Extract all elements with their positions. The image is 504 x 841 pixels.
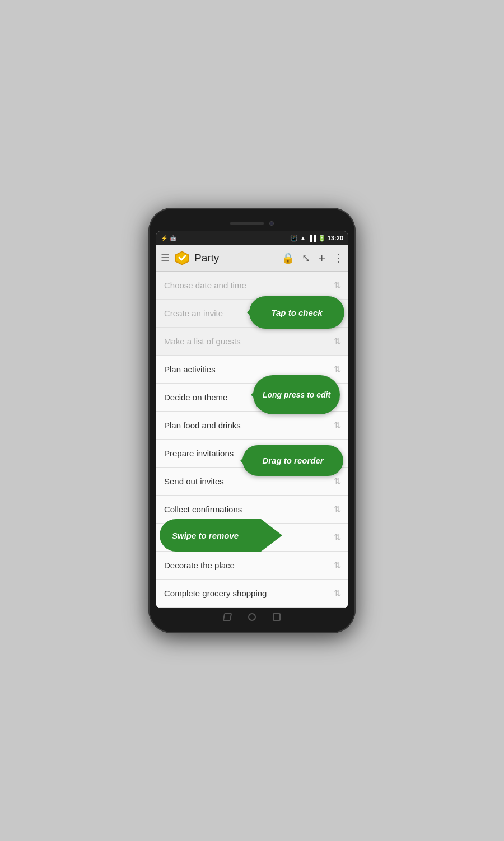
app-logo [174, 250, 190, 266]
app-bar: ☰ Party 🔒 ⤡ + ⋮ [156, 245, 348, 272]
item-text: Decorate the place [164, 560, 329, 570]
item-text: Collect confirmations [164, 504, 329, 514]
reorder-icon: ⇅ [334, 420, 341, 431]
reorder-icon: ⇅ [334, 588, 341, 599]
item-text: Complete grocery shopping [164, 588, 329, 598]
reorder-icon: ⇅ [334, 476, 341, 487]
app-title: Party [194, 252, 277, 264]
phone-screen: ⚡ 🤖 📳 ▲ ▐▐ 🔋 13:20 ☰ Party [156, 231, 348, 608]
phone-speaker [230, 222, 264, 225]
reorder-icon: ⇅ [334, 336, 341, 347]
list-item[interactable]: Choose date and time ⇅ [156, 272, 348, 300]
status-right-icons: 📳 ▲ ▐▐ 🔋 13:20 [290, 235, 343, 242]
wifi-icon: ▲ [300, 235, 306, 241]
lock-icon[interactable]: 🔒 [282, 252, 294, 264]
list-item[interactable]: Complete grocery shopping ⇅ [156, 580, 348, 608]
more-icon[interactable]: ⋮ [333, 252, 343, 264]
tooltip-long-press: Long press to edit [253, 375, 340, 414]
usb-icon: ⚡ [161, 235, 167, 241]
add-icon[interactable]: + [318, 251, 325, 265]
list-item[interactable]: Plan food and drinks ⇅ [156, 412, 348, 440]
recents-button[interactable] [273, 613, 281, 621]
android-icon: 🤖 [170, 235, 176, 241]
back-button[interactable] [223, 613, 232, 621]
item-text: Send out invites [164, 476, 329, 486]
phone-top-bar [156, 218, 348, 231]
phone-bottom-bar [156, 608, 348, 623]
battery-icon: 🔋 [318, 235, 326, 242]
menu-icon[interactable]: ☰ [161, 252, 170, 264]
status-left-icons: ⚡ 🤖 [161, 235, 176, 241]
vibrate-icon: 📳 [290, 235, 298, 242]
phone-device: ⚡ 🤖 📳 ▲ ▐▐ 🔋 13:20 ☰ Party [148, 208, 356, 633]
reorder-icon: ⇅ [334, 280, 341, 291]
tooltip-tap-to-check: Tap to check [249, 296, 344, 329]
reorder-icon: ⇅ [334, 560, 341, 571]
tooltip-drag-reorder: Drag to reorder [242, 445, 343, 476]
list-item[interactable]: Decorate the place ⇅ [156, 552, 348, 580]
status-bar: ⚡ 🤖 📳 ▲ ▐▐ 🔋 13:20 [156, 231, 348, 245]
clock: 13:20 [328, 235, 343, 241]
item-text: Choose date and time [164, 281, 329, 290]
item-text: Plan food and drinks [164, 421, 329, 430]
list-wrapper: Choose date and time ⇅ Create an invite … [156, 272, 348, 608]
item-text: Plan activities [164, 365, 329, 374]
tooltip-swipe-remove: Swipe to remove [160, 519, 282, 552]
reorder-icon: ⇅ [334, 364, 341, 375]
list-item[interactable]: Make a list of guests ⇅ [156, 328, 348, 356]
app-bar-actions: 🔒 ⤡ + ⋮ [282, 251, 343, 265]
signal-icon: ▐▐ [307, 235, 316, 241]
reorder-icon: ⇅ [334, 504, 341, 515]
item-text: Make a list of guests [164, 337, 329, 346]
home-button[interactable] [248, 613, 256, 621]
reorder-icon: ⇅ [334, 532, 341, 543]
collapse-icon[interactable]: ⤡ [302, 252, 310, 264]
phone-camera [269, 221, 274, 226]
